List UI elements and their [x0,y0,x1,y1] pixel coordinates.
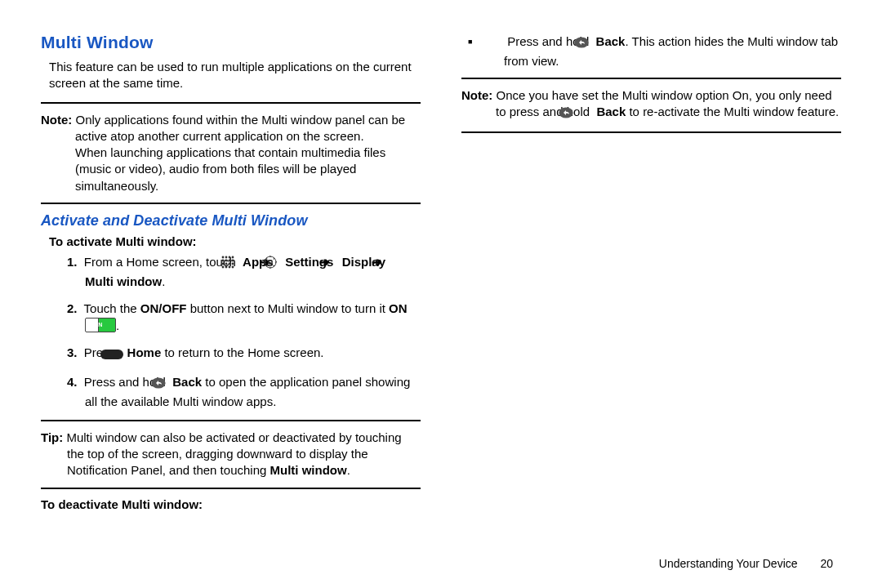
step-number: 2. [67,301,78,315]
svg-rect-18 [100,350,123,359]
divider [41,203,421,204]
svg-point-4 [222,259,225,261]
svg-point-12 [222,265,225,268]
step-2: 2. Touch the ON/OFF button next to Multi… [67,300,421,334]
home-button-icon [118,346,123,363]
multi-window-label: Multi window [270,463,347,477]
step-number: 3. [67,345,78,359]
arrow-icon: ➔ [389,253,390,270]
intro-text: This feature can be used to run multiple… [49,59,421,92]
section-heading: Multi Window [41,33,421,52]
svg-point-8 [222,262,225,265]
divider [461,78,841,79]
svg-point-7 [232,259,234,261]
svg-point-9 [225,262,228,265]
svg-point-3 [232,256,234,258]
divider [41,102,421,104]
back-label: Back [172,375,202,389]
tip-label: Tip: [41,430,63,444]
on-switch-icon: ON [85,318,116,332]
note-text: to re-activate the Multi window feature. [626,105,839,118]
svg-point-6 [229,259,231,261]
note-label: Note: [41,113,72,127]
step-text: button next to Multi window to turn it [186,301,389,315]
svg-point-14 [229,265,231,268]
step-number: 4. [67,375,78,389]
svg-point-13 [225,265,228,268]
svg-point-10 [229,262,231,265]
svg-point-15 [232,265,234,268]
multi-window-label: Multi window [85,274,162,288]
svg-point-11 [232,262,234,265]
svg-point-2 [229,256,231,258]
note-block: Note: Only applications found within the… [41,112,421,194]
divider [461,131,841,133]
tip-text: Multi window can also be activated or de… [66,430,401,478]
svg-point-1 [225,256,228,258]
arrow-icon: ➔ [277,253,278,270]
list-item: Press and hold Back. This action hides t… [486,33,841,69]
svg-point-5 [225,259,228,261]
period: . [347,463,350,477]
step-1: 1. From a Home screen, touch Apps ➔ Sett… [67,253,421,290]
step-number: 1. [67,255,78,269]
step-3: 3. Press Home to return to the Home scre… [67,344,421,363]
activate-steps: 1. From a Home screen, touch Apps ➔ Sett… [41,253,421,410]
divider [41,488,421,489]
page-body: Multi Window This feature can be used to… [0,0,882,564]
page-footer: Understanding Your Device 20 [659,557,833,570]
switch-knob: ON [98,318,115,332]
back-label: Back [596,105,626,118]
step-text: From a Home screen, touch [84,255,239,269]
period: . [162,274,165,288]
footer-section: Understanding Your Device [659,557,798,570]
back-label: Back [596,34,626,48]
arrow-icon: ➔ [336,253,338,270]
svg-point-17 [269,261,272,264]
page-number: 20 [820,557,833,570]
home-label: Home [127,345,162,359]
note-text-b: When launching applications that contain… [75,145,385,193]
note-label: Note: [461,88,492,102]
step-text: Touch the [84,301,140,315]
on-label: ON [389,301,408,315]
deactivate-list: Press and hold Back. This action hides t… [461,33,841,69]
step-text: to return to the Home screen. [161,345,323,359]
subsection-heading: Activate and Deactivate Multi Window [41,212,421,229]
period: . [116,318,119,332]
tip-block: Tip: Multi window can also be activated … [41,430,421,479]
activate-label: To activate Multi window: [49,234,421,248]
note-block: Note: Once you have set the Multi window… [461,87,841,123]
step-4: 4. Press and hold Back to open the appli… [67,373,421,410]
svg-point-0 [222,256,225,258]
divider [41,420,421,421]
deactivate-label: To deactivate Multi window: [41,497,421,511]
note-text-a: Only applications found within the Multi… [75,113,405,143]
onoff-label: ON/OFF [140,301,187,315]
